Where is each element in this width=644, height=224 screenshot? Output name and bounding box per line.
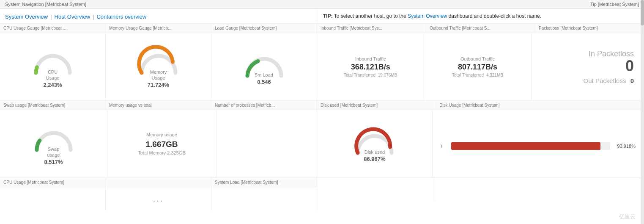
load-gauge-value: 0.546 xyxy=(255,79,273,85)
packetloss-out-value: 0 xyxy=(630,77,634,84)
mem-vs-total-widget: Memory usage 1.667GB Total Memory 2.325G… xyxy=(107,110,216,177)
disk-used-widget: Disk used 86.967% xyxy=(317,110,433,177)
load-gauge-label: 5m Load xyxy=(255,72,273,78)
cpu-gauge-header: CPU Usage Gauge [Metricbeat ... xyxy=(0,24,106,33)
inbound-widget: Inbound Traffic 368.121B/s Total Transfe… xyxy=(317,33,424,100)
cpu-bottom-widget xyxy=(0,187,106,210)
nav-sep-2: | xyxy=(93,14,94,20)
memory-gauge-widget: MemoryUsage 71.724% xyxy=(106,33,211,100)
tip-link[interactable]: System Overview xyxy=(408,13,447,19)
packetloss-in-value: 0 xyxy=(625,58,634,74)
tip-body2: dashboard and double-click a host name. xyxy=(449,13,541,19)
disk-bar-fill xyxy=(451,142,600,150)
mem-gauge-header: Memory Usage Gauge [Metricb... xyxy=(106,24,211,33)
disk-usage-header: Disk Usage [Metricbeat System] xyxy=(436,101,644,110)
dots-widget: ... xyxy=(106,187,211,210)
scrollbar[interactable] xyxy=(641,0,644,210)
inbound-label: Inbound Traffic xyxy=(355,56,386,61)
sysload-bottom-widget xyxy=(211,187,317,210)
sysload-bottom-header: System Load [Metricbeat System] xyxy=(211,178,317,187)
disk-bar-row: / 93.918% xyxy=(441,142,636,150)
outbound-sub: Total Transferred 4.321MB xyxy=(452,73,503,77)
swap-gauge-value: 8.517% xyxy=(44,159,63,165)
disk-bar-track xyxy=(451,142,610,150)
nav-host-overview[interactable]: Host Overview xyxy=(55,14,90,20)
inbound-header: Inbound Traffic [Metricbeat Sys... xyxy=(317,24,426,33)
cpu-usage-bottom-header: CPU Usage [Metricbeat System] xyxy=(0,178,106,187)
cpu-gauge-value: 2.243% xyxy=(43,82,62,88)
inbound-sub-label: Total Transferred xyxy=(344,73,375,77)
cpu-gauge-widget: CPUUsage 2.243% xyxy=(0,33,106,100)
disk-used-header: Disk used [Metricbeat System] xyxy=(317,101,436,110)
right-bottom-left xyxy=(317,178,434,201)
inbound-value: 368.121B/s xyxy=(351,63,390,72)
scrollbar-thumb[interactable] xyxy=(641,0,644,25)
nav-sep-1: | xyxy=(50,14,52,20)
outbound-sub-value: 4.321MB xyxy=(486,73,503,77)
nav-containers-overview[interactable]: Containers overview xyxy=(96,14,146,20)
disk-bar-label: / xyxy=(441,144,448,149)
packetloss-out-row: Out Packetloss 0 xyxy=(584,77,634,84)
inbound-sub: Total Transferred 19.076MB xyxy=(344,73,397,77)
swap-gauge-widget: Swapusage 8.517% xyxy=(0,110,107,177)
mem-usage-title: Memory usage xyxy=(146,132,177,137)
outbound-sub-label: Total Transferred xyxy=(452,73,484,77)
memory-gauge-label: MemoryUsage xyxy=(148,69,169,80)
outbound-value: 807.117B/s xyxy=(458,63,497,72)
tip-body: To select another host, go to the xyxy=(334,13,408,19)
load-gauge-header: Load Gauge [Metricbeat System] xyxy=(211,24,317,33)
packetloss-out-label: Out Packetloss xyxy=(584,77,626,84)
bottom-mid-header xyxy=(106,178,211,187)
mem-usage-value: 1.667GB xyxy=(145,140,178,149)
proc-header: Number of processes [Metricb... xyxy=(211,101,317,110)
memory-gauge-value: 71.724% xyxy=(148,82,169,88)
disk-bar-pct: 93.918% xyxy=(614,144,636,149)
outbound-widget: Outbound Traffic 807.117B/s Total Transf… xyxy=(424,33,531,100)
packetloss-widget: In Packetloss 0 Out Packetloss 0 xyxy=(532,33,644,100)
load-gauge-widget: 5m Load 0.546 xyxy=(211,33,317,100)
disk-used-label: Disk used xyxy=(364,149,385,155)
disk-usage-bar-widget: / 93.918% xyxy=(433,110,644,177)
cpu-gauge-label: CPUUsage xyxy=(43,69,62,80)
swap-gauge-label: Swapusage xyxy=(44,147,63,158)
more-dots: ... xyxy=(153,194,164,204)
mem-usage-sub: Total Memory 2.325GB xyxy=(138,150,186,155)
outbound-header: Outbound Traffic [Metricbeat S... xyxy=(426,24,535,33)
topbar-right: Tip [Metricbeat System] xyxy=(590,2,639,7)
tip-label: TIP: xyxy=(323,13,333,19)
tip-text: TIP: To select another host, go to the S… xyxy=(323,12,541,20)
disk-used-value: 86.967% xyxy=(364,156,385,162)
inbound-sub-value: 19.076MB xyxy=(378,73,397,77)
outbound-label: Outbound Traffic xyxy=(460,56,495,61)
mem-usage-header: Memory usage vs total xyxy=(106,101,211,110)
swap-gauge-header: Swap usage [Metricbeat System] xyxy=(0,101,106,110)
right-bottom-right xyxy=(434,178,644,201)
topbar-left: System Navigation [Metricbeat System] xyxy=(5,2,86,7)
proc-widget xyxy=(216,110,317,177)
nav-system-overview[interactable]: System Overview xyxy=(5,14,48,20)
packetloss-header: Packetloss [Metricbeat System] xyxy=(535,24,644,33)
